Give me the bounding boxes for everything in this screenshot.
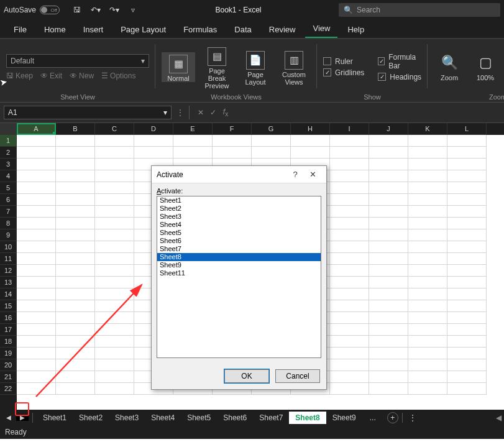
cell[interactable] xyxy=(56,218,95,229)
cell[interactable] xyxy=(17,241,56,253)
cell[interactable] xyxy=(408,218,447,229)
cell[interactable] xyxy=(95,206,134,218)
enter-formula-button[interactable]: ✓ xyxy=(207,108,219,117)
cell[interactable] xyxy=(17,229,56,241)
cell[interactable] xyxy=(330,336,369,348)
cell[interactable] xyxy=(56,159,95,170)
search-box[interactable]: 🔍 Search xyxy=(339,3,500,17)
undo-icon[interactable]: ↶▾ xyxy=(91,6,101,14)
cell[interactable] xyxy=(408,229,447,241)
row-header[interactable]: 16 xyxy=(0,312,17,324)
cell[interactable] xyxy=(330,359,369,371)
cell[interactable] xyxy=(447,206,487,218)
cell[interactable] xyxy=(447,359,487,371)
cell[interactable] xyxy=(330,348,369,359)
sheet-menu-icon[interactable]: ⋮ xyxy=(409,413,416,422)
redo-icon[interactable]: ↷▾ xyxy=(109,6,119,14)
cell[interactable] xyxy=(95,147,134,159)
cell[interactable] xyxy=(330,265,369,277)
sheet-tab[interactable]: Sheet2 xyxy=(73,412,109,424)
cell[interactable] xyxy=(330,277,369,288)
cell[interactable] xyxy=(330,383,369,395)
cell[interactable] xyxy=(408,265,447,277)
cell[interactable] xyxy=(56,359,95,371)
cell[interactable] xyxy=(408,135,447,147)
zoom-button[interactable]: 🔍Zoom xyxy=(434,53,465,81)
row-header[interactable]: 13 xyxy=(0,277,17,288)
scroll-left-icon[interactable]: ◀ xyxy=(496,413,502,422)
cell[interactable] xyxy=(330,253,369,265)
cell[interactable] xyxy=(369,241,408,253)
cell[interactable] xyxy=(17,170,56,182)
cell[interactable] xyxy=(95,336,134,348)
row-header[interactable]: 11 xyxy=(0,253,17,265)
cell[interactable] xyxy=(447,218,487,229)
row-header[interactable]: 3 xyxy=(0,159,17,170)
cell[interactable] xyxy=(330,159,369,170)
insert-function-button[interactable]: fx xyxy=(219,108,232,118)
row-header[interactable]: 10 xyxy=(0,241,17,253)
cell[interactable] xyxy=(369,253,408,265)
column-header[interactable]: H xyxy=(291,123,330,135)
cell[interactable] xyxy=(408,371,447,383)
cell[interactable] xyxy=(56,229,95,241)
dialog-list-item[interactable]: Sheet7 xyxy=(157,245,321,253)
row-header[interactable]: 6 xyxy=(0,194,17,206)
cell[interactable] xyxy=(56,288,95,300)
cell[interactable] xyxy=(330,241,369,253)
cell[interactable] xyxy=(95,194,134,206)
column-header[interactable]: A xyxy=(17,123,56,135)
tab-formulas[interactable]: Formulas xyxy=(176,21,224,38)
autosave-switch[interactable]: Off xyxy=(40,6,60,14)
cell[interactable] xyxy=(95,159,134,170)
cell[interactable] xyxy=(369,147,408,159)
cell[interactable] xyxy=(95,241,134,253)
sheet-nav-next[interactable]: ▶ xyxy=(16,414,29,421)
cell[interactable] xyxy=(369,383,408,395)
cell[interactable] xyxy=(447,383,487,395)
autosave-toggle[interactable]: AutoSave Off xyxy=(4,6,60,14)
cell[interactable] xyxy=(447,288,487,300)
tab-insert[interactable]: Insert xyxy=(76,21,111,38)
cell[interactable] xyxy=(17,159,56,170)
cell[interactable] xyxy=(252,135,291,147)
cell[interactable] xyxy=(408,206,447,218)
row-header[interactable]: 7 xyxy=(0,206,17,218)
cell[interactable] xyxy=(369,170,408,182)
formula-bar-checkbox[interactable]: ✓Formula Bar xyxy=(378,53,421,70)
sheet-nav-prev[interactable]: ◀ xyxy=(2,414,15,421)
cell[interactable] xyxy=(17,147,56,159)
row-header[interactable]: 12 xyxy=(0,265,17,277)
cell[interactable] xyxy=(95,371,134,383)
cell[interactable] xyxy=(447,159,487,170)
cell[interactable] xyxy=(95,288,134,300)
cell[interactable] xyxy=(369,206,408,218)
row-header[interactable]: 17 xyxy=(0,324,17,336)
column-header[interactable]: F xyxy=(213,123,252,135)
column-header[interactable]: K xyxy=(408,123,447,135)
cell[interactable] xyxy=(17,182,56,194)
dialog-list-item[interactable]: Sheet2 xyxy=(157,205,321,213)
cell[interactable] xyxy=(252,147,291,159)
cell[interactable] xyxy=(408,324,447,336)
cell[interactable] xyxy=(17,383,56,395)
cell[interactable] xyxy=(408,348,447,359)
dialog-title-bar[interactable]: Activate ? ✕ xyxy=(152,166,326,183)
sheet-more[interactable]: ... xyxy=(364,412,382,424)
cell[interactable] xyxy=(447,147,487,159)
column-header[interactable]: J xyxy=(369,123,408,135)
row-header[interactable]: 5 xyxy=(0,182,17,194)
cell[interactable] xyxy=(95,348,134,359)
cell[interactable] xyxy=(369,324,408,336)
cell[interactable] xyxy=(134,147,173,159)
cell[interactable] xyxy=(447,371,487,383)
cell[interactable] xyxy=(408,194,447,206)
tab-help[interactable]: Help xyxy=(340,21,372,38)
cell[interactable] xyxy=(95,253,134,265)
sheet-view-dropdown[interactable]: Default▾ xyxy=(6,54,149,68)
sheet-tab[interactable]: Sheet6 xyxy=(217,412,253,424)
cell[interactable] xyxy=(56,336,95,348)
cell[interactable] xyxy=(56,383,95,395)
cell[interactable] xyxy=(408,312,447,324)
column-header[interactable]: D xyxy=(134,123,173,135)
